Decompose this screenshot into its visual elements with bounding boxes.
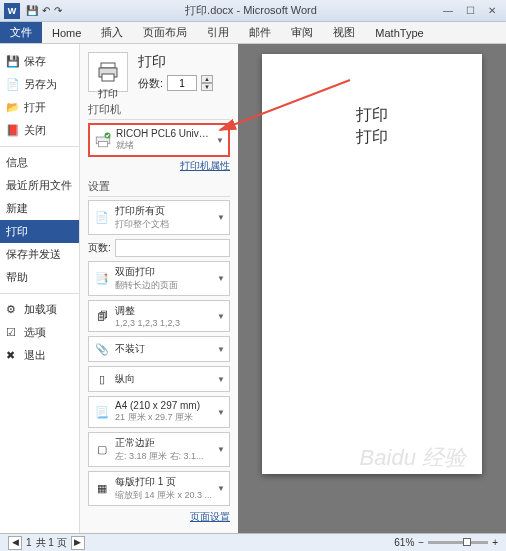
pages-per-sheet-dropdown[interactable]: ▦每版打印 1 页缩放到 14 厘米 x 20.3 ...▼ bbox=[88, 471, 230, 506]
close-file-icon: 📕 bbox=[6, 124, 20, 138]
chevron-down-icon: ▼ bbox=[217, 408, 225, 417]
sidebar-save-as[interactable]: 📄另存为 bbox=[0, 73, 79, 96]
title-bar: W 💾 ↶ ↷ 打印.docx - Microsoft Word — ☐ ✕ bbox=[0, 0, 506, 22]
pages-label: 页数: bbox=[88, 241, 111, 255]
chevron-down-icon: ▼ bbox=[217, 375, 225, 384]
margins-icon: ▢ bbox=[93, 441, 111, 459]
chevron-down-icon: ▼ bbox=[217, 213, 225, 222]
chevron-down-icon: ▼ bbox=[217, 312, 225, 321]
qat-undo-icon[interactable]: ↶ bbox=[42, 5, 50, 16]
sidebar-recent[interactable]: 最近所用文件 bbox=[0, 174, 79, 197]
sheet-icon: ▦ bbox=[93, 480, 111, 498]
tab-insert[interactable]: 插入 bbox=[91, 22, 133, 43]
print-title: 打印 bbox=[138, 53, 213, 71]
paper-icon: 📃 bbox=[93, 403, 111, 421]
print-button[interactable]: 打印 bbox=[88, 52, 128, 92]
print-settings-panel: 打印 打印 份数: ▲ ▼ 打印机 bbox=[80, 44, 238, 533]
copies-label: 份数: bbox=[138, 76, 163, 91]
zoom-slider[interactable] bbox=[428, 541, 488, 544]
status-bar: ◀ 1 共 1 页 ▶ 61% − + bbox=[0, 533, 506, 551]
save-as-icon: 📄 bbox=[6, 78, 20, 92]
sidebar-info[interactable]: 信息 bbox=[0, 151, 79, 174]
collate-dropdown[interactable]: 🗐调整1,2,3 1,2,3 1,2,3▼ bbox=[88, 300, 230, 332]
printer-dropdown[interactable]: RICOH PCL6 Universal... 就绪 ▼ bbox=[88, 123, 230, 157]
sidebar-share[interactable]: 保存并发送 bbox=[0, 243, 79, 266]
save-icon: 💾 bbox=[6, 55, 20, 69]
print-range-dropdown[interactable]: 📄 打印所有页 打印整个文档 ▼ bbox=[88, 200, 230, 235]
preview-text-line: 打印 bbox=[282, 104, 462, 126]
chevron-down-icon: ▼ bbox=[217, 484, 225, 493]
staple-icon: 📎 bbox=[93, 340, 111, 358]
sidebar-open[interactable]: 📂打开 bbox=[0, 96, 79, 119]
ribbon: 文件 Home 插入 页面布局 引用 邮件 审阅 视图 MathType bbox=[0, 22, 506, 44]
portrait-icon: ▯ bbox=[93, 370, 111, 388]
tab-file[interactable]: 文件 bbox=[0, 22, 42, 43]
qat-save-icon[interactable]: 💾 bbox=[26, 5, 38, 16]
svg-rect-0 bbox=[101, 63, 115, 68]
sidebar-addins[interactable]: ⚙加载项 bbox=[0, 298, 79, 321]
maximize-button[interactable]: ☐ bbox=[460, 4, 480, 18]
sidebar-new[interactable]: 新建 bbox=[0, 197, 79, 220]
sidebar-print[interactable]: 打印 bbox=[0, 220, 79, 243]
paper-size-dropdown[interactable]: 📃A4 (210 x 297 mm)21 厘米 x 29.7 厘米▼ bbox=[88, 396, 230, 428]
chevron-down-icon: ▼ bbox=[217, 345, 225, 354]
tab-mathtype[interactable]: MathType bbox=[365, 22, 433, 43]
minimize-button[interactable]: — bbox=[438, 4, 458, 18]
chevron-down-icon: ▼ bbox=[216, 136, 224, 145]
zoom-in-button[interactable]: + bbox=[492, 537, 498, 548]
exit-icon: ✖ bbox=[6, 349, 20, 363]
svg-rect-4 bbox=[99, 142, 108, 147]
close-button[interactable]: ✕ bbox=[482, 4, 502, 18]
printer-name: RICOH PCL6 Universal... bbox=[116, 128, 212, 139]
zoom-label: 61% bbox=[394, 537, 414, 548]
options-icon: ☑ bbox=[6, 326, 20, 340]
duplex-icon: 📑 bbox=[93, 270, 111, 288]
open-icon: 📂 bbox=[6, 101, 20, 115]
tab-mailings[interactable]: 邮件 bbox=[239, 22, 281, 43]
copies-up[interactable]: ▲ bbox=[201, 75, 213, 83]
tab-home[interactable]: Home bbox=[42, 22, 91, 43]
page-setup-link[interactable]: 页面设置 bbox=[88, 510, 230, 524]
print-preview: 打印 打印 Baidu 经验 bbox=[238, 44, 506, 533]
pages-input[interactable] bbox=[115, 239, 230, 257]
printer-icon bbox=[96, 60, 120, 84]
printer-section-label: 打印机 bbox=[88, 102, 230, 120]
qat-redo-icon[interactable]: ↷ bbox=[54, 5, 62, 16]
sidebar-exit[interactable]: ✖退出 bbox=[0, 344, 79, 367]
word-icon: W bbox=[4, 3, 20, 19]
tab-references[interactable]: 引用 bbox=[197, 22, 239, 43]
window-title: 打印.docx - Microsoft Word bbox=[64, 3, 438, 18]
backstage-sidebar: 💾保存 📄另存为 📂打开 📕关闭 信息 最近所用文件 新建 打印 保存并发送 帮… bbox=[0, 44, 80, 533]
sidebar-options[interactable]: ☑选项 bbox=[0, 321, 79, 344]
prev-page-button[interactable]: ◀ bbox=[8, 536, 22, 550]
duplex-dropdown[interactable]: 📑双面打印翻转长边的页面▼ bbox=[88, 261, 230, 296]
tab-layout[interactable]: 页面布局 bbox=[133, 22, 197, 43]
sidebar-save[interactable]: 💾保存 bbox=[0, 50, 79, 73]
addins-icon: ⚙ bbox=[6, 303, 20, 317]
tab-review[interactable]: 审阅 bbox=[281, 22, 323, 43]
page-total: 共 1 页 bbox=[36, 536, 67, 550]
preview-page: 打印 打印 bbox=[262, 54, 482, 474]
staple-dropdown[interactable]: 📎不装订▼ bbox=[88, 336, 230, 362]
next-page-button[interactable]: ▶ bbox=[71, 536, 85, 550]
svg-rect-2 bbox=[102, 74, 114, 81]
sidebar-help[interactable]: 帮助 bbox=[0, 266, 79, 289]
collate-icon: 🗐 bbox=[93, 307, 111, 325]
chevron-down-icon: ▼ bbox=[217, 445, 225, 454]
copies-down[interactable]: ▼ bbox=[201, 83, 213, 91]
sidebar-close[interactable]: 📕关闭 bbox=[0, 119, 79, 142]
orientation-dropdown[interactable]: ▯纵向▼ bbox=[88, 366, 230, 392]
margins-dropdown[interactable]: ▢正常边距左: 3.18 厘米 右: 3.1...▼ bbox=[88, 432, 230, 467]
copies-input[interactable] bbox=[167, 75, 197, 91]
printer-properties-link[interactable]: 打印机属性 bbox=[88, 159, 230, 173]
chevron-down-icon: ▼ bbox=[217, 274, 225, 283]
page-number: 1 bbox=[26, 537, 32, 548]
zoom-out-button[interactable]: − bbox=[418, 537, 424, 548]
settings-section-label: 设置 bbox=[88, 179, 230, 197]
pages-icon: 📄 bbox=[93, 209, 111, 227]
printer-status: 就绪 bbox=[116, 139, 212, 152]
tab-view[interactable]: 视图 bbox=[323, 22, 365, 43]
preview-text-line: 打印 bbox=[282, 126, 462, 148]
printer-status-icon bbox=[94, 131, 112, 149]
